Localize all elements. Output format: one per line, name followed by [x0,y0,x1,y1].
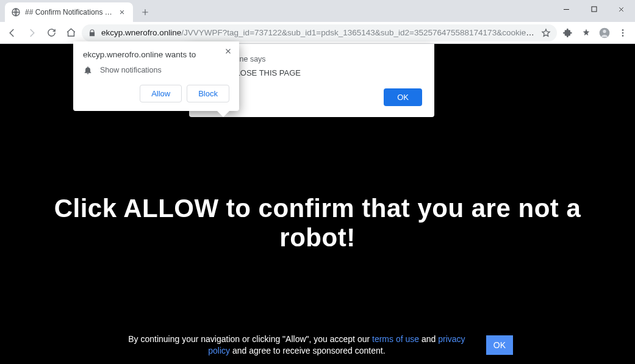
url-path: /JVVYWPF?tag_id=737122&sub_id1=pdsk_1365… [181,28,536,37]
back-button[interactable] [4,24,21,41]
allow-button[interactable]: Allow [140,85,182,102]
browser-toolbar: ekcyp.wnerofro.online/JVVYWPF?tag_id=737… [0,22,635,44]
consent-text: By continuing your navigation or clickin… [122,334,472,357]
notification-permission-popup: ekcyp.wnerofro.online wants to Show noti… [73,41,239,111]
permission-label: Show notifications [100,66,162,74]
alert-ok-button[interactable]: OK [384,88,422,106]
page-content: nerofro.online says OW TO CLOSE THIS PAG… [0,44,635,364]
reload-button[interactable] [43,24,60,41]
home-button[interactable] [62,24,79,41]
bookmark-star-icon[interactable] [541,28,551,38]
url-domain: ekcyp.wnerofro.online [101,28,181,37]
window-controls [553,0,635,18]
svg-point-5 [622,32,624,34]
url-text: ekcyp.wnerofro.online/JVVYWPF?tag_id=737… [101,28,536,37]
svg-point-3 [603,29,606,32]
minimize-button[interactable] [553,0,580,18]
new-tab-button[interactable] [137,4,154,21]
consent-and: and [419,334,438,344]
browser-tab[interactable]: ## Confirm Notifications ## [5,2,133,22]
bell-icon [83,65,93,75]
extensions-button[interactable] [559,24,576,41]
consent-ok-button[interactable]: OK [486,335,513,355]
permission-origin: ekcyp.wnerofro.online wants to [83,50,229,59]
permission-row: Show notifications [83,65,229,75]
extension-icon[interactable] [578,24,595,41]
address-bar[interactable]: ekcyp.wnerofro.online/JVVYWPF?tag_id=737… [82,24,557,41]
globe-icon [11,7,21,17]
robot-check-heading: Click ALLOW to confirm that you are not … [0,194,635,252]
close-window-button[interactable] [608,0,635,18]
consent-bar: By continuing your navigation or clickin… [0,334,635,357]
tab-close-button[interactable] [117,7,127,17]
titlebar: ## Confirm Notifications ## [0,0,635,22]
svg-point-4 [622,29,624,31]
svg-rect-1 [592,7,597,12]
svg-point-6 [622,35,624,37]
consent-prefix: By continuing your navigation or clickin… [128,334,372,344]
tabstrip: ## Confirm Notifications ## [0,0,154,22]
permission-close-button[interactable] [222,45,234,57]
tab-title: ## Confirm Notifications ## [25,8,113,16]
consent-suffix: and agree to receive sponsored content. [230,346,386,355]
menu-button[interactable] [614,24,631,41]
terms-of-use-link[interactable]: terms of use [372,334,419,344]
profile-button[interactable] [596,24,613,41]
block-button[interactable]: Block [187,85,229,102]
lock-icon [88,29,96,37]
forward-button[interactable] [23,24,40,41]
maximize-button[interactable] [580,0,608,18]
toolbar-right [559,24,631,41]
